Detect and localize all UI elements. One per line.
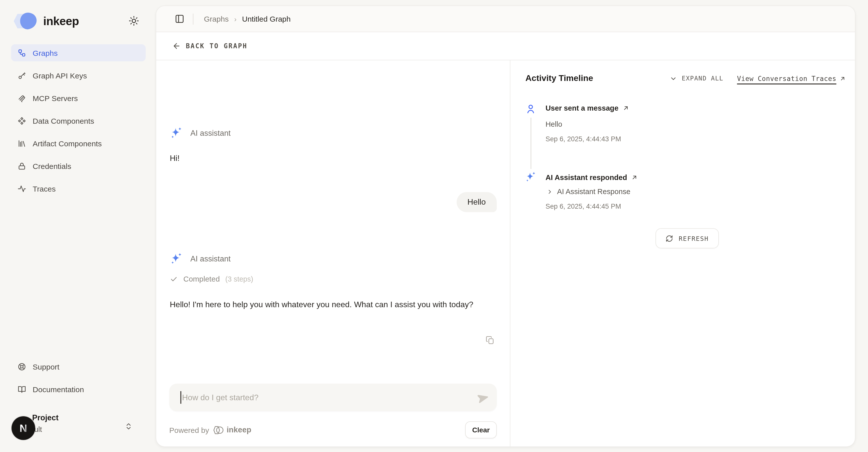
chat-footer: Powered by inkeep Clear [169, 420, 497, 440]
refresh-label: REFRESH [679, 234, 709, 242]
assistant-header-row: AI assistant [169, 252, 230, 265]
sidebar: inkeep Graphs Graph API Keys MCP Servers [0, 0, 156, 452]
back-to-graph-label: BACK TO GRAPH [186, 42, 247, 50]
view-conversation-traces-link[interactable]: View Conversation Traces [737, 75, 846, 82]
main-panel: Graphs › Untitled Graph BACK TO GRAPH [156, 5, 856, 447]
panel-left-icon [175, 14, 184, 24]
project-switcher[interactable]: Project default N [10, 411, 147, 443]
send-icon[interactable] [473, 388, 491, 406]
workflow-icon [18, 49, 26, 57]
chat-input[interactable] [181, 393, 475, 402]
sparkles-icon [524, 171, 536, 185]
sidebar-item-label: Data Components [33, 116, 94, 125]
refresh-icon [665, 234, 673, 242]
timeline-title: Activity Timeline [525, 74, 593, 83]
mcp-icon [18, 94, 26, 102]
activity-timeline-panel: Activity Timeline EXPAND ALL View Conver… [510, 60, 855, 447]
key-icon [18, 71, 26, 80]
sidebar-item-label: Artifact Components [33, 139, 102, 147]
arrow-left-icon [172, 42, 181, 50]
breadcrumb-current-page: Untitled Graph [242, 15, 290, 23]
status-label: Completed [183, 275, 220, 283]
toolbar: BACK TO GRAPH [156, 32, 855, 60]
chat-panel: AI assistant Hi! Hello AI assistant Comp… [156, 60, 510, 447]
sun-icon [128, 15, 139, 26]
breadcrumb-separator: › [234, 15, 236, 23]
sidebar-item-data-components[interactable]: Data Components [11, 112, 146, 129]
timeline-event-title[interactable]: AI Assistant responded [546, 173, 638, 181]
sparkles-icon [169, 252, 183, 265]
status-steps: (3 steps) [225, 275, 253, 283]
project-title: Project [32, 413, 59, 422]
sidebar-item-credentials[interactable]: Credentials [11, 158, 146, 174]
arrow-up-right-icon [839, 75, 846, 82]
page-header: Graphs › Untitled Graph [156, 6, 855, 32]
chat-input-container [169, 384, 497, 411]
assistant-message-response: Hello! I'm here to help you with whateve… [170, 298, 487, 311]
timeline-connector [530, 118, 531, 169]
user-icon [525, 104, 536, 114]
sidebar-item-graph-api-keys[interactable]: Graph API Keys [11, 67, 146, 84]
component-icon [18, 116, 26, 125]
completion-status[interactable]: Completed (3 steps) [170, 275, 253, 283]
powered-by-brand: inkeep [226, 425, 251, 434]
timeline-event-time: Sep 6, 2025, 4:44:45 PM [546, 203, 621, 210]
breadcrumb-graphs[interactable]: Graphs [204, 15, 228, 23]
sidebar-item-graphs[interactable]: Graphs [11, 44, 146, 61]
chevrons-up-down-icon [125, 422, 133, 430]
sidebar-item-artifact-components[interactable]: Artifact Components [11, 135, 146, 152]
sidebar-item-label: Documentation [33, 385, 84, 393]
arrow-up-right-icon [622, 105, 629, 112]
sidebar-nav: Graphs Graph API Keys MCP Servers Data C… [11, 44, 146, 203]
sidebar-item-documentation[interactable]: Documentation [11, 380, 146, 398]
sidebar-item-label: Traces [33, 184, 56, 193]
copy-icon [485, 335, 495, 345]
sparkles-icon [169, 126, 183, 140]
check-icon [170, 275, 178, 283]
assistant-label: AI assistant [190, 254, 230, 263]
life-buoy-icon [18, 362, 26, 371]
expand-all-button[interactable]: EXPAND ALL [670, 75, 723, 82]
chevron-down-icon [670, 75, 677, 82]
sidebar-item-label: Graph API Keys [33, 71, 87, 80]
sidebar-item-traces[interactable]: Traces [11, 180, 146, 197]
inkeep-logo-text: inkeep [43, 14, 79, 28]
theme-toggle-button[interactable] [127, 14, 140, 27]
user-message-bubble: Hello [456, 192, 497, 212]
assistant-header-row: AI assistant [169, 126, 230, 140]
refresh-button[interactable]: REFRESH [655, 228, 719, 248]
sidebar-item-label: Graphs [33, 49, 58, 57]
sidebar-item-label: MCP Servers [33, 94, 78, 102]
timeline-event-body: Hello [546, 120, 562, 128]
clear-button[interactable]: Clear [465, 421, 497, 439]
sidebar-item-mcp-servers[interactable]: MCP Servers [11, 89, 146, 107]
sidebar-item-label: Support [33, 362, 59, 371]
timeline-header: Activity Timeline EXPAND ALL View Conver… [525, 72, 846, 85]
inkeep-outline-icon [213, 425, 224, 435]
lock-icon [18, 162, 26, 170]
chevron-right-icon [547, 188, 553, 195]
sidebar-footer-nav: Support Documentation [11, 358, 146, 403]
breadcrumb: Graphs › Untitled Graph [204, 15, 290, 23]
inkeep-logo-icon [13, 12, 39, 30]
book-open-icon [18, 385, 26, 393]
avatar: N [11, 416, 35, 440]
sidebar-toggle-button[interactable] [173, 12, 186, 25]
inkeep-logo[interactable]: inkeep [13, 11, 79, 31]
assistant-response-expander[interactable]: AI Assistant Response [547, 188, 630, 196]
library-icon [18, 139, 26, 147]
powered-by[interactable]: Powered by inkeep [169, 425, 251, 435]
assistant-label: AI assistant [190, 129, 230, 138]
sidebar-item-label: Credentials [33, 162, 71, 170]
timeline-event-title[interactable]: User sent a message [546, 104, 629, 112]
copy-button[interactable] [484, 334, 496, 346]
timeline-event-time: Sep 6, 2025, 4:44:43 PM [546, 135, 621, 143]
activity-icon [18, 184, 26, 193]
sidebar-item-support[interactable]: Support [11, 358, 146, 375]
back-to-graph-button[interactable]: BACK TO GRAPH [172, 42, 247, 50]
header-divider [193, 13, 193, 24]
powered-by-label: Powered by [169, 426, 209, 434]
arrow-up-right-icon [631, 174, 638, 181]
assistant-message-greeting: Hi! [170, 154, 180, 163]
expand-all-label: EXPAND ALL [682, 75, 723, 82]
